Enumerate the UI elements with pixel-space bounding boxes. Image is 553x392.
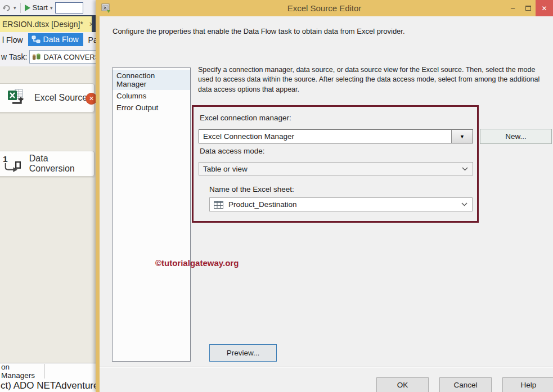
document-tab[interactable]: ERSION.dtsx [Design]* ✕ bbox=[0, 16, 92, 32]
data-access-mode-dropdown[interactable]: Table or view bbox=[199, 162, 473, 175]
dialog-description: Configure the properties that enable the… bbox=[113, 27, 546, 35]
help-button[interactable]: Help bbox=[502, 377, 553, 392]
redo-dropdown-caret[interactable]: ▾ bbox=[14, 5, 16, 11]
panel-description: Specify a connection manager, data sourc… bbox=[198, 65, 551, 94]
data-access-mode-label: Data access mode: bbox=[200, 147, 265, 155]
excel-sheet-value: Product_Destination bbox=[224, 200, 461, 209]
tab-control-flow[interactable]: l Flow bbox=[0, 35, 25, 44]
ok-button[interactable]: OK bbox=[376, 377, 429, 392]
dialog-divider bbox=[100, 367, 553, 368]
tab-data-flow[interactable]: Data Flow bbox=[28, 33, 83, 46]
data-conversion-node[interactable]: 1 Data Conversion bbox=[0, 151, 95, 177]
connection-managers-tab-label: on Managers bbox=[1, 363, 44, 380]
close-button[interactable]: ✕ bbox=[536, 0, 553, 16]
svg-text:1: 1 bbox=[3, 154, 8, 164]
start-button[interactable]: Start bbox=[33, 3, 48, 12]
excel-source-icon bbox=[7, 89, 26, 107]
tab-parameters[interactable]: Par bbox=[86, 35, 96, 44]
data-access-mode-value: Table or view bbox=[199, 165, 462, 173]
task-label: w Task: bbox=[1, 52, 27, 61]
designer-view-tabs: l Flow Data Flow Par bbox=[0, 32, 96, 47]
new-connection-button[interactable]: New... bbox=[480, 129, 552, 144]
excel-sheet-dropdown[interactable]: Product_Destination bbox=[209, 197, 473, 211]
dialog-title: Excel Source Editor bbox=[96, 3, 553, 13]
start-dropdown-caret[interactable]: ▾ bbox=[50, 5, 53, 11]
data-flow-canvas: Excel Source ✕ 1 Data Conversion bbox=[0, 66, 96, 363]
nav-item-connection-manager[interactable]: Connection Manager bbox=[113, 70, 190, 90]
task-value: DATA CONVERSI bbox=[43, 53, 102, 61]
redo-icon[interactable] bbox=[2, 4, 11, 12]
excel-connection-manager-combobox[interactable]: Excel Connection Manager ▼ bbox=[199, 129, 473, 143]
screen: ▾ Start ▾ ERSION.dtsx [Design]* ✕ l Flow bbox=[0, 0, 553, 392]
start-play-icon[interactable] bbox=[25, 4, 30, 11]
chevron-down-icon bbox=[461, 202, 467, 206]
excel-source-editor-dialog: Excel Source Editor – ✕ Configure the pr… bbox=[96, 0, 553, 392]
combo-dropdown-button[interactable]: ▼ bbox=[451, 130, 473, 143]
excel-source-node-label: Excel Source bbox=[34, 93, 87, 103]
connection-manager-label: Excel connection manager: bbox=[200, 114, 291, 122]
excel-connection-manager-value: Excel Connection Manager bbox=[199, 132, 451, 141]
task-selector[interactable]: DATA CONVERSI bbox=[29, 50, 102, 64]
dialog-body: Configure the properties that enable the… bbox=[100, 16, 553, 392]
data-conversion-node-icon: 1 bbox=[2, 154, 21, 173]
data-conversion-small-icon bbox=[32, 53, 41, 61]
minimize-button[interactable]: – bbox=[505, 0, 520, 16]
vs-toolbar: ▾ Start ▾ bbox=[0, 0, 96, 15]
toolbar-separator bbox=[20, 3, 21, 13]
toolbar-search-box[interactable] bbox=[55, 2, 83, 13]
chevron-down-icon bbox=[462, 167, 468, 171]
maximize-button[interactable] bbox=[520, 0, 536, 16]
excel-sheet-name-label: Name of the Excel sheet: bbox=[209, 185, 294, 193]
task-row: w Task: DATA CONVERSI bbox=[0, 47, 96, 66]
document-tab-label: ERSION.dtsx [Design]* bbox=[2, 20, 83, 29]
data-conversion-node-label: Data Conversion bbox=[29, 154, 94, 174]
dialog-nav-list: Connection Manager Columns Error Output bbox=[112, 67, 191, 362]
dialog-titlebar[interactable]: Excel Source Editor – ✕ bbox=[96, 0, 553, 16]
maximize-icon bbox=[525, 6, 531, 11]
preview-button[interactable]: Preview... bbox=[209, 344, 277, 362]
connection-managers-tray: on Managers ct) ADO NETAdventureWor bbox=[0, 363, 96, 392]
connection-managers-tab[interactable]: on Managers bbox=[0, 364, 45, 379]
tab-data-flow-label: Data Flow bbox=[43, 35, 79, 44]
watermark-text: ©tutorialgateway.org bbox=[155, 258, 239, 268]
data-flow-icon bbox=[32, 35, 41, 43]
tab-close-icon[interactable]: ✕ bbox=[89, 21, 92, 28]
cancel-button[interactable]: Cancel bbox=[439, 377, 492, 392]
nav-item-error-output[interactable]: Error Output bbox=[113, 102, 190, 114]
excel-source-node[interactable]: Excel Source ✕ bbox=[0, 83, 95, 112]
nav-item-columns[interactable]: Columns bbox=[113, 90, 190, 102]
table-grid-icon bbox=[214, 201, 223, 209]
document-tab-band: ERSION.dtsx [Design]* ✕ bbox=[0, 15, 96, 32]
